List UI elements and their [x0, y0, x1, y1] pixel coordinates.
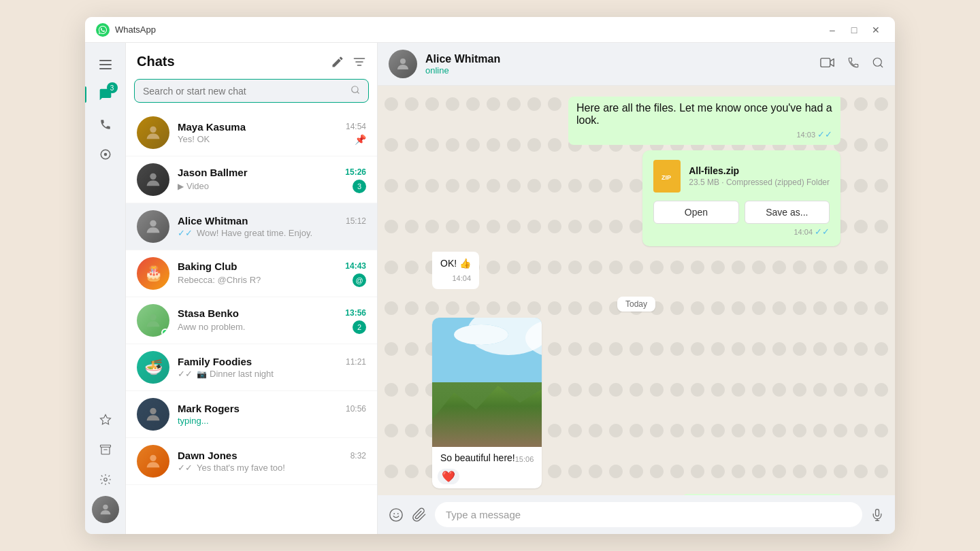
avatar [137, 304, 169, 337]
chat-item[interactable]: Alice Whitman 15:12 ✓✓ Wow! Have great t… [126, 203, 377, 250]
chat-preview: typing... [178, 416, 209, 426]
avatar [137, 163, 169, 196]
chat-window: Alice Whitman online [378, 43, 895, 534]
avatar [137, 116, 169, 149]
svg-point-20 [390, 508, 402, 520]
chat-time: 8:32 [350, 451, 366, 461]
chat-item[interactable]: Jason Ballmer 15:26 ▶ Video 3 [126, 156, 377, 203]
image-caption: So beautiful here! [440, 452, 515, 463]
double-tick: ✓✓ [178, 463, 193, 473]
search-bar [126, 76, 377, 110]
mention-badge: @ [353, 273, 366, 287]
chat-item[interactable]: 🍜 Family Foodies 11:21 ✓✓ 📷 Dinner last … [126, 344, 377, 391]
chat-name: Family Foodies [178, 356, 252, 367]
minimize-button[interactable]: – [824, 22, 840, 38]
chat-name: Baking Club [178, 261, 238, 272]
svg-text:ZIP: ZIP [662, 174, 671, 181]
chat-list-title: Chats [137, 54, 331, 69]
file-details: All-files.zip 23.5 MB · Compressed (zipp… [689, 165, 830, 187]
double-tick: ✓✓ [178, 369, 193, 379]
message-time: 14:04 [440, 273, 471, 284]
avatar [137, 445, 169, 478]
filter-button[interactable] [353, 55, 366, 69]
open-file-button[interactable]: Open [653, 201, 738, 224]
chat-name: Stasa Benko [178, 307, 239, 319]
chat-preview: ▶ Video [178, 181, 209, 191]
svg-point-15 [400, 59, 406, 64]
chat-time: 13:56 [345, 308, 366, 318]
chat-time: 15:26 [345, 167, 366, 177]
chat-item[interactable]: Maya Kasuma 14:54 Yes! OK 📌 [126, 110, 377, 156]
svg-rect-16 [821, 58, 830, 67]
search-input[interactable] [143, 86, 350, 97]
messages-area: Here are all the files. Let me know once… [378, 86, 895, 495]
chat-preview: Aww no problem. [178, 322, 245, 332]
svg-rect-5 [100, 445, 110, 447]
svg-point-13 [150, 408, 156, 414]
message-time: 14:03 ✓✓ [576, 129, 832, 139]
message-text: Here are all the files. Let me know once… [576, 102, 832, 127]
unread-badge: 3 [353, 180, 366, 193]
chat-item-body: Family Foodies 11:21 ✓✓ 📷 Dinner last ni… [178, 356, 366, 379]
sidebar: 3 [85, 43, 126, 534]
chat-header: Alice Whitman online [378, 43, 895, 86]
chat-item-body: Dawn Jones 8:32 ✓✓ Yes that's my fave to… [178, 450, 366, 473]
svg-point-21 [393, 513, 395, 514]
search-chat-button[interactable] [872, 56, 884, 72]
chat-item-body: Stasa Benko 13:56 Aww no problem. 2 [178, 307, 366, 334]
double-tick: ✓✓ [178, 228, 193, 238]
chat-item[interactable]: 🎂 Baking Club 14:43 Rebecca: @Chris R? @ [126, 250, 377, 297]
avatar: 🍜 [137, 351, 169, 384]
maximize-button[interactable]: □ [846, 22, 862, 38]
chat-preview: Yes! OK [178, 134, 210, 144]
sidebar-archived-icon[interactable] [92, 436, 119, 463]
chat-item[interactable]: Mark Rogers 10:56 typing... [126, 391, 377, 438]
search-icon [350, 85, 360, 97]
file-bubble: ZIP All-files.zip 23.5 MB · Compressed (… [642, 150, 840, 246]
sidebar-chats-icon[interactable]: 3 [92, 81, 119, 108]
chat-time: 10:56 [346, 404, 366, 414]
sidebar-starred-icon[interactable] [92, 406, 119, 433]
chat-item-body: Jason Ballmer 15:26 ▶ Video 3 [178, 167, 366, 193]
file-name: All-files.zip [689, 165, 830, 176]
sidebar-menu-icon[interactable] [92, 51, 119, 78]
sidebar-bottom [92, 406, 119, 526]
main-layout: 3 [85, 43, 895, 534]
chat-preview: ✓✓ Wow! Have great time. Enjoy. [178, 228, 312, 238]
chat-name: Jason Ballmer [178, 167, 248, 178]
voice-message-button[interactable] [870, 507, 884, 522]
file-icon: ZIP [653, 160, 681, 193]
read-ticks: ✓✓ [817, 129, 832, 139]
file-info: ZIP All-files.zip 23.5 MB · Compressed (… [653, 160, 830, 193]
chat-item[interactable]: Dawn Jones 8:32 ✓✓ Yes that's my fave to… [126, 438, 377, 485]
message-input[interactable] [435, 502, 862, 527]
chat-input-area [378, 495, 895, 534]
app-window: WhatsApp – □ ✕ 3 [85, 17, 895, 534]
sidebar-profile-avatar[interactable] [92, 496, 119, 523]
chat-preview: ✓✓ Yes that's my fave too! [178, 463, 285, 473]
close-button[interactable]: ✕ [868, 22, 884, 38]
video-call-button[interactable] [820, 56, 835, 72]
message-bubble: OK! 👍 14:04 [432, 252, 479, 289]
image-bubble: So beautiful here! 15:06 ❤️ [432, 318, 542, 488]
chat-time: 11:21 [346, 357, 366, 367]
save-file-button[interactable]: Save as... [745, 201, 830, 224]
new-chat-button[interactable] [331, 55, 344, 69]
message-time: 15:06 [515, 455, 534, 463]
chat-time: 14:43 [345, 261, 366, 271]
chat-preview: Rebecca: @Chris R? [178, 275, 261, 285]
chat-time: 15:12 [346, 216, 366, 226]
video-icon: ▶ [178, 182, 184, 191]
sidebar-status-icon[interactable] [92, 141, 119, 168]
emoji-button[interactable] [389, 507, 404, 522]
attach-button[interactable] [412, 507, 427, 522]
sidebar-calls-icon[interactable] [92, 111, 119, 138]
chat-list-header: Chats [126, 43, 377, 76]
chat-item[interactable]: Stasa Benko 13:56 Aww no problem. 2 [126, 297, 377, 344]
message-row: ZIP All-files.zip 23.5 MB · Compressed (… [432, 150, 840, 246]
chat-header-avatar [389, 50, 417, 78]
chat-list-panel: Chats [126, 43, 378, 534]
sidebar-settings-icon[interactable] [92, 466, 119, 493]
voice-call-button[interactable] [847, 56, 860, 72]
camera-icon: 📷 [197, 369, 207, 379]
